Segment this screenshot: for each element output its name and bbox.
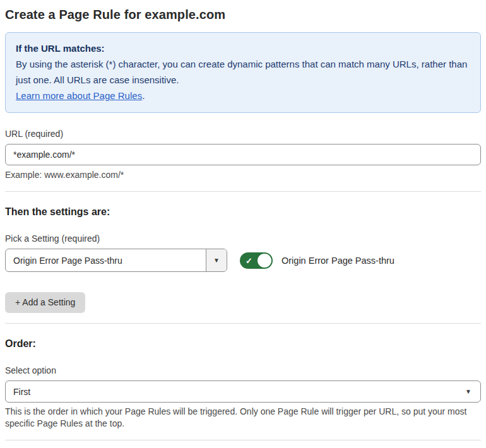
info-box-body: By using the asterisk (*) character, you… — [16, 56, 470, 88]
url-input[interactable] — [5, 144, 481, 165]
url-helper-text: Example: www.example.com/* — [5, 169, 481, 181]
info-box-heading: If the URL matches: — [16, 40, 470, 56]
setting-toggle-label: Origin Error Page Pass-thru — [282, 256, 394, 266]
link-period: . — [142, 90, 145, 101]
pick-setting-label: Pick a Setting (required) — [5, 233, 481, 244]
order-select[interactable]: First ▼ — [5, 380, 481, 403]
order-select-value: First — [13, 387, 30, 397]
setting-picker-row: Origin Error Page Pass-thru ▼ ✓ Origin E… — [5, 249, 481, 272]
add-setting-button[interactable]: + Add a Setting — [5, 292, 85, 313]
url-label: URL (required) — [5, 129, 481, 139]
info-box-link-line: Learn more about Page Rules. — [16, 88, 470, 103]
order-section-heading: Order: — [5, 338, 481, 350]
divider — [5, 440, 481, 440]
settings-section-heading: Then the settings are: — [5, 206, 481, 218]
toggle-knob — [258, 254, 271, 268]
divider — [5, 323, 481, 324]
toggle-check-icon: ✓ — [246, 256, 252, 264]
setting-dropdown[interactable]: Origin Error Page Pass-thru ▼ — [5, 249, 227, 272]
chevron-down-icon: ▼ — [213, 257, 220, 264]
select-option-label: Select option — [5, 365, 481, 376]
learn-more-link[interactable]: Learn more about Page Rules — [16, 90, 142, 101]
setting-toggle[interactable]: ✓ — [240, 252, 273, 269]
chevron-down-icon: ▼ — [465, 389, 471, 395]
url-match-info-box: If the URL matches: By using the asteris… — [5, 32, 481, 113]
divider — [5, 191, 481, 192]
page-title: Create a Page Rule for example.com — [5, 5, 481, 23]
setting-dropdown-arrow-button[interactable]: ▼ — [206, 249, 227, 271]
setting-dropdown-value: Origin Error Page Pass-thru — [6, 249, 206, 271]
order-helper-text: This is the order in which your Page Rul… — [5, 406, 481, 430]
page-rule-form: Create a Page Rule for example.com If th… — [0, 0, 486, 448]
